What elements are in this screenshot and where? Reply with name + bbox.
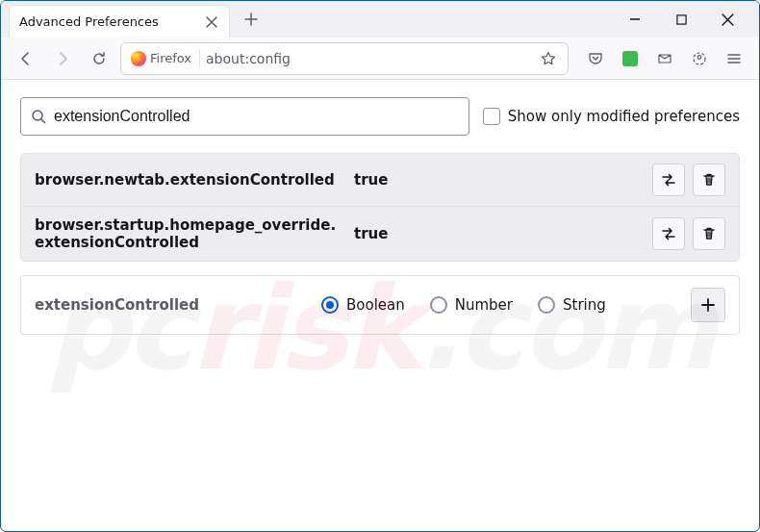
show-only-modified-label: Show only modified preferences xyxy=(508,108,740,125)
tab-title: Advanced Preferences xyxy=(19,14,204,29)
pref-actions xyxy=(652,217,725,250)
close-tab-icon[interactable] xyxy=(204,14,219,30)
back-button[interactable] xyxy=(11,43,41,74)
trash-icon xyxy=(701,172,717,188)
maximize-button[interactable] xyxy=(667,5,696,34)
type-options: Boolean Number String xyxy=(321,296,673,314)
browser-window: Advanced Preferences xyxy=(0,0,760,532)
navigation-toolbar: Firefox about:config xyxy=(1,38,759,80)
radio-boolean[interactable]: Boolean xyxy=(321,296,405,314)
new-preference-row: extensionControlled Boolean Number Strin… xyxy=(20,275,740,335)
radio-icon xyxy=(538,296,555,314)
extension-icon[interactable] xyxy=(615,43,646,74)
svg-point-2 xyxy=(697,55,701,59)
tab-advanced-preferences[interactable]: Advanced Preferences xyxy=(9,5,230,38)
identity-box[interactable]: Firefox xyxy=(129,49,200,68)
delete-button[interactable] xyxy=(693,164,725,196)
search-input[interactable] xyxy=(54,108,459,125)
reload-button[interactable] xyxy=(84,43,114,74)
menu-button[interactable] xyxy=(719,43,749,74)
forward-button[interactable] xyxy=(47,43,78,74)
pref-value: true xyxy=(354,225,641,242)
radio-string[interactable]: String xyxy=(538,296,606,314)
toggle-button[interactable] xyxy=(652,217,685,250)
search-row: Show only modified preferences xyxy=(20,97,740,136)
pref-name: browser.newtab.extensionControlled xyxy=(35,171,342,189)
svg-rect-0 xyxy=(676,14,685,23)
show-only-modified-checkbox[interactable]: Show only modified preferences xyxy=(483,108,740,125)
minimize-button[interactable] xyxy=(621,5,649,34)
radio-label: String xyxy=(563,296,606,314)
radio-label: Boolean xyxy=(346,296,405,314)
tab-bar: Advanced Preferences xyxy=(1,1,759,38)
radio-label: Number xyxy=(455,296,513,314)
toggle-icon xyxy=(660,171,677,189)
toolbar-icons xyxy=(580,43,749,74)
add-preference-button[interactable] xyxy=(691,288,725,322)
delete-button[interactable] xyxy=(693,217,725,250)
about-config-content: Show only modified preferences browser.n… xyxy=(1,80,759,531)
pref-row: browser.startup.homepage_override.extens… xyxy=(21,207,739,261)
close-window-button[interactable] xyxy=(713,5,742,34)
pref-name: browser.startup.homepage_override.extens… xyxy=(35,216,342,251)
radio-icon xyxy=(321,296,339,314)
firefox-icon xyxy=(131,51,146,66)
search-icon xyxy=(31,109,46,124)
window-controls xyxy=(621,5,751,34)
url-bar[interactable]: Firefox about:config xyxy=(120,42,569,75)
trash-icon xyxy=(701,226,717,241)
pocket-icon[interactable] xyxy=(580,43,611,74)
toggle-icon xyxy=(660,225,677,242)
checkbox-icon xyxy=(483,108,500,125)
radio-icon xyxy=(430,296,447,314)
inbox-icon[interactable] xyxy=(649,43,680,74)
url-text: about:config xyxy=(206,51,531,66)
new-tab-button[interactable] xyxy=(236,4,266,35)
pref-actions xyxy=(652,164,725,196)
pref-value: true xyxy=(354,171,641,189)
bookmark-star-icon[interactable] xyxy=(537,47,560,70)
pref-row: browser.newtab.extensionControlled true xyxy=(21,154,739,207)
plus-icon xyxy=(700,297,716,313)
new-pref-name: extensionControlled xyxy=(35,296,304,314)
toggle-button[interactable] xyxy=(652,164,685,196)
preferences-list: browser.newtab.extensionControlled true … xyxy=(20,153,740,262)
account-icon[interactable] xyxy=(684,43,715,74)
radio-number[interactable]: Number xyxy=(430,296,513,314)
identity-label: Firefox xyxy=(150,51,191,65)
search-box[interactable] xyxy=(20,97,469,136)
